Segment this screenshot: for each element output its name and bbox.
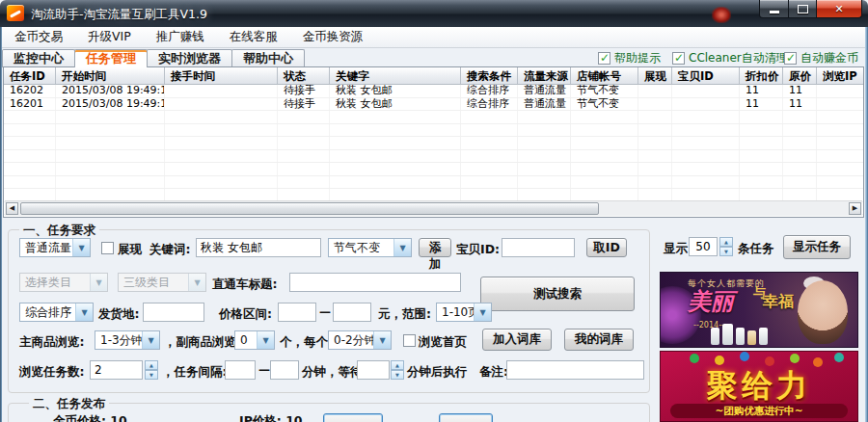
get-id-button[interactable]: 取ID (586, 238, 627, 257)
cell-task-id: 16201 (4, 98, 56, 111)
my-dict-button[interactable]: 我的词库 (564, 329, 634, 351)
spinner-up-icon[interactable]: ▲ (719, 237, 733, 247)
col-keyword[interactable]: 关键字 (330, 67, 461, 84)
section1-legend: 一、任务要求 (19, 223, 99, 239)
ccleaner-checkbox[interactable] (672, 52, 685, 65)
option-help-tip: 帮助提示 (598, 50, 661, 66)
col-flow-source[interactable]: 流量来源 (518, 67, 571, 84)
tab-help-center[interactable]: 帮助中心 (231, 49, 305, 67)
close-button[interactable]: ✕ (817, 0, 862, 18)
col-start-time[interactable]: 开始时间 (56, 67, 165, 84)
wait-input[interactable] (357, 360, 390, 380)
table-row[interactable]: 16201 2015/03/08 19:49:14 待接手 秋装 女包邮 综合排… (4, 98, 863, 112)
task-num-stepper[interactable]: ▲▼ (145, 360, 158, 380)
show-tasks-button[interactable]: 显示任务 (783, 235, 851, 259)
shop-account-select[interactable]: 节气不变 ▼ (328, 238, 412, 257)
auto-coin-checkbox[interactable] (784, 52, 797, 65)
empty-row (4, 163, 863, 176)
note-input[interactable] (506, 360, 644, 380)
ad-banner-cosmetics[interactable]: 每个女人都需要的 美丽 与 幸福 --2014-- (660, 272, 858, 348)
col-discount-price[interactable]: 折扣价 (740, 67, 783, 84)
test-search-button[interactable]: 测试搜索 (480, 277, 635, 311)
minimize-button[interactable] (759, 0, 789, 18)
tab-monitor-center[interactable]: 监控中心 (2, 49, 75, 67)
interval-max-input[interactable] (270, 360, 299, 380)
display-checkbox[interactable] (101, 242, 114, 254)
col-task-id[interactable]: 任务ID (4, 67, 56, 84)
menu-item-promote-earn[interactable]: 推广赚钱 (144, 29, 217, 45)
maximize-button[interactable] (789, 0, 817, 18)
show-label: 显示 (664, 241, 688, 257)
scroll-right-icon[interactable]: ▶ (849, 202, 861, 215)
cell-accept-time (165, 98, 278, 111)
flow-source-select[interactable]: 普通流量 ▼ (19, 238, 91, 257)
menu-item-upgrade-vip[interactable]: 升级VIP (75, 29, 144, 45)
table-header: 任务ID 开始时间 接手时间 状态 关键字 搜索条件 流量来源 店铺帐号 展现 … (4, 67, 863, 85)
task-num-input[interactable] (90, 360, 143, 380)
browse-home-checkbox[interactable] (403, 334, 416, 347)
menu-item-coin-trade[interactable]: 金币交易 (2, 29, 75, 45)
publish-button-partial[interactable] (323, 413, 383, 422)
cell-search-cond: 综合排序 (461, 85, 518, 97)
spinner-down-icon[interactable]: ▼ (145, 370, 158, 380)
table-row[interactable]: 16202 2015/03/08 19:49:14 待接手 秋装 女包邮 综合排… (4, 85, 863, 98)
spinner-down-icon[interactable]: ▼ (391, 370, 404, 380)
ccleaner-label: CCleaner自动清理 (689, 50, 788, 66)
sub-browse-select[interactable]: 0 ▼ (234, 330, 275, 350)
page-range-select[interactable]: 1-10页 ▼ (436, 303, 492, 322)
cell-flow-source: 普通流量 (518, 85, 571, 97)
empty-row (4, 137, 863, 150)
sub-browse-label: ，副商品浏览 (164, 334, 236, 351)
sort-select[interactable]: 综合排序 ▼ (19, 303, 94, 322)
menu-item-online-service[interactable]: 在线客服 (217, 29, 290, 45)
item-id-input[interactable] (502, 238, 575, 257)
tab-task-manage[interactable]: 任务管理 (74, 49, 148, 67)
tab-realtime-browser[interactable]: 实时浏览器 (147, 49, 232, 67)
main-browse-select[interactable]: 1-3分钟 ▼ (95, 330, 160, 350)
ship-from-input[interactable] (143, 303, 204, 322)
cell-task-id: 16202 (4, 85, 56, 97)
each-time-select[interactable]: 0-2分钟 ▼ (328, 330, 392, 350)
subcategory-select[interactable]: 三级类目 ▼ (118, 273, 206, 292)
wait-stepper[interactable]: ▲▼ (391, 360, 404, 380)
after-label: 分钟后执行 (407, 364, 468, 381)
spinner-down-icon[interactable]: ▼ (719, 247, 733, 256)
ztc-title-input[interactable] (289, 273, 461, 292)
help-tip-checkbox[interactable] (598, 52, 610, 65)
horizontal-scrollbar[interactable]: ◀ ▶ (5, 200, 862, 216)
col-display[interactable]: 展现 (638, 67, 672, 84)
unit-label: 条任务 (738, 241, 774, 257)
add-dict-button[interactable]: 加入词库 (482, 329, 552, 351)
publish-button-partial[interactable] (439, 413, 493, 422)
window-controls: ✕ (759, 0, 862, 18)
add-button[interactable]: 添加 (419, 238, 451, 257)
cosmetic-bottles-graphic (711, 324, 768, 345)
titlebar[interactable]: 淘流助手-淘宝流量互刷工具V1.9 ✕ (0, 0, 868, 28)
price-min-input[interactable] (278, 303, 316, 322)
price-max-input[interactable] (333, 303, 371, 322)
empty-row (4, 176, 863, 190)
each-label: 个，每个 (280, 334, 328, 351)
col-browse-ip[interactable]: 浏览IP (817, 67, 863, 84)
empty-row (4, 111, 863, 124)
col-status[interactable]: 状态 (278, 67, 330, 84)
show-count-stepper[interactable]: ▲▼ (719, 237, 733, 256)
scroll-left-icon[interactable]: ◀ (6, 202, 18, 215)
spinner-up-icon[interactable]: ▲ (145, 360, 158, 370)
ad-banner-groupon[interactable]: 聚给力 ~团购优惠进行中~ (660, 351, 858, 422)
col-shop-account[interactable]: 店铺帐号 (571, 67, 638, 84)
ad1-word-beauty: 美丽 (688, 286, 734, 317)
interval-min-input[interactable] (225, 360, 256, 380)
col-accept-time[interactable]: 接手时间 (165, 67, 278, 84)
chevron-down-icon: ▼ (188, 274, 205, 291)
menu-item-coin-exchange[interactable]: 金币换资源 (290, 29, 376, 45)
cell-accept-time (165, 85, 278, 97)
show-count-input[interactable] (689, 237, 718, 256)
col-search-cond[interactable]: 搜索条件 (461, 67, 518, 84)
col-item-id[interactable]: 宝贝ID (672, 67, 740, 84)
col-orig-price[interactable]: 原价 (783, 67, 817, 84)
scrollbar-thumb[interactable] (20, 202, 599, 215)
keyword-input[interactable] (196, 238, 321, 257)
spinner-up-icon[interactable]: ▲ (391, 360, 404, 370)
category-select[interactable]: 选择类目 ▼ (19, 273, 108, 292)
